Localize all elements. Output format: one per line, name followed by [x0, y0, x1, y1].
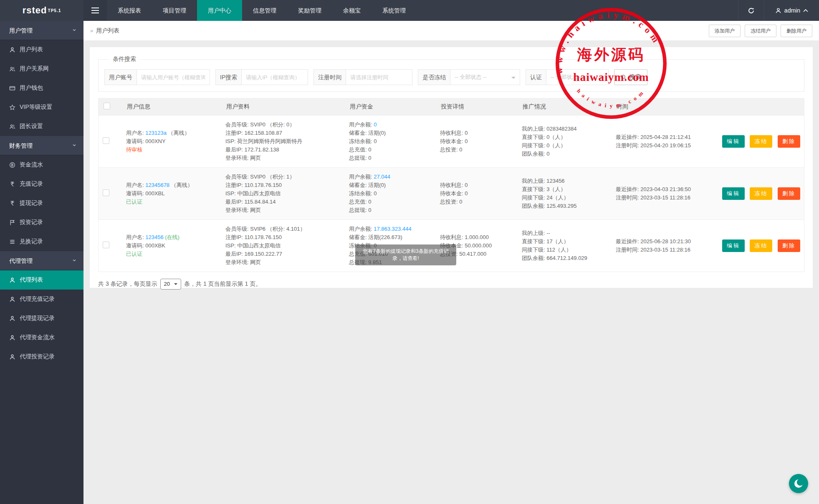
- sidebar-item-user-list[interactable]: 用户列表: [0, 40, 83, 59]
- nav-yuebao[interactable]: 余额宝: [332, 0, 372, 21]
- freeze-button[interactable]: 冻结: [750, 187, 772, 200]
- sidebar-item-user-network[interactable]: 用户关系网: [0, 59, 83, 78]
- sidebar-item-recharge-record[interactable]: 充值记录: [0, 174, 83, 194]
- col-time: 时间: [612, 98, 718, 115]
- sidebar-item-user-wallet[interactable]: 用户钱包: [0, 78, 83, 98]
- person-icon: [9, 47, 15, 53]
- section-title: 财务管理: [9, 142, 33, 149]
- chevron-down-icon: [72, 143, 77, 148]
- row-checkbox[interactable]: [103, 137, 109, 144]
- sidebar-item-agent-withdraw[interactable]: 代理提现记录: [0, 309, 83, 328]
- search-button[interactable]: 搜索: [614, 69, 647, 85]
- nav-info-manage[interactable]: 信息管理: [242, 0, 287, 21]
- sidebar-section-finance-manage[interactable]: 财务管理: [0, 136, 83, 155]
- balance-link[interactable]: 0: [374, 121, 377, 128]
- people-icon: [9, 66, 15, 72]
- sidebar-item-agent-invest[interactable]: 代理投资记录: [0, 347, 83, 366]
- freeze-select[interactable]: -- 全部状态 --: [450, 69, 520, 85]
- auth-select-value: -- 全部状态 --: [551, 73, 583, 81]
- nav-system-manage[interactable]: 系统管理: [372, 0, 417, 21]
- crescent-icon: [793, 478, 804, 489]
- sidebar-item-agent-list[interactable]: 代理列表: [0, 270, 83, 290]
- refresh-icon: [748, 7, 755, 14]
- auth-group: 认证 -- 全部状态 --: [526, 69, 609, 85]
- online-status: (在线): [165, 234, 179, 240]
- edit-button[interactable]: 编辑: [722, 239, 745, 252]
- balance-link[interactable]: 17.863.323.444: [374, 226, 411, 232]
- logo-version: TP5.1: [48, 8, 61, 13]
- page-size-select[interactable]: 20: [160, 279, 181, 290]
- account-input[interactable]: [136, 69, 210, 85]
- account-group: 用户账号: [104, 69, 210, 85]
- sidebar-item-exchange-record[interactable]: 兑换记录: [0, 232, 83, 251]
- page-actions: 添加用户 冻结用户 删除用户: [709, 25, 812, 37]
- nav-reward-manage[interactable]: 奖励管理: [287, 0, 332, 21]
- item-label: 提现记录: [20, 199, 43, 207]
- freeze-group: 是否冻结 -- 全部状态 --: [418, 69, 520, 85]
- floating-service-button[interactable]: [789, 474, 808, 493]
- online-status: （离线）: [168, 130, 190, 136]
- regtime-input[interactable]: [346, 69, 412, 85]
- sidebar-item-agent-recharge[interactable]: 代理充值记录: [0, 290, 83, 309]
- admin-username: admin: [784, 7, 800, 14]
- logo-text: rsted: [23, 5, 47, 16]
- search-row: 用户账号 IP搜索 注册时间 是否冻结 -- 全部状态 -- 认证 -: [104, 69, 798, 85]
- sidebar-item-vip-level[interactable]: VIP等级设置: [0, 98, 83, 117]
- item-label: 用户关系网: [20, 65, 49, 73]
- rupee-icon: [9, 200, 15, 207]
- person-icon: [9, 354, 15, 360]
- flag-icon: [9, 219, 15, 226]
- freeze-button[interactable]: 冻结: [750, 135, 772, 148]
- row-checkbox[interactable]: [103, 189, 109, 196]
- sidebar-section-agent-manage[interactable]: 代理管理: [0, 251, 83, 270]
- delete-button[interactable]: 删除: [778, 187, 800, 200]
- item-label: 投资记录: [20, 219, 43, 226]
- online-status: （离线）: [171, 182, 193, 188]
- item-label: VIP等级设置: [20, 103, 53, 111]
- add-user-button[interactable]: 添加用户: [709, 25, 741, 37]
- edit-button[interactable]: 编辑: [722, 135, 745, 148]
- ip-label: IP搜索: [215, 69, 241, 85]
- sidebar-item-leader-setting[interactable]: 团长设置: [0, 117, 83, 136]
- row-checkbox[interactable]: [103, 242, 109, 248]
- username-link[interactable]: 12345678: [145, 182, 169, 188]
- sidebar-item-agent-fund-flow[interactable]: 代理资金流水: [0, 328, 83, 347]
- breadcrumb: » 用户列表: [90, 27, 119, 35]
- sidebar-item-fund-flow[interactable]: 资金流水: [0, 155, 83, 174]
- edit-button[interactable]: 编辑: [722, 187, 745, 200]
- item-label: 代理资金流水: [20, 334, 55, 341]
- col-user-funds: 用户资金: [345, 98, 436, 115]
- delete-button[interactable]: 删除: [778, 239, 800, 252]
- sidebar-item-withdraw-record[interactable]: 提现记录: [0, 194, 83, 213]
- auth-select[interactable]: -- 全部状态 --: [546, 69, 609, 85]
- freeze-user-button[interactable]: 冻结用户: [745, 25, 776, 37]
- menu-toggle-button[interactable]: [83, 0, 107, 21]
- people-icon: [9, 123, 15, 130]
- sidebar-section-user-manage[interactable]: 用户管理: [0, 21, 83, 40]
- section-title: 用户管理: [9, 27, 33, 34]
- verify-status: 已认证: [126, 198, 217, 206]
- item-label: 代理列表: [20, 276, 43, 284]
- nav-user-center[interactable]: 用户中心: [197, 0, 242, 21]
- balance-link[interactable]: 27.044: [374, 174, 390, 180]
- username-link[interactable]: 123456: [145, 234, 163, 240]
- delete-button[interactable]: 删除: [778, 135, 800, 148]
- admin-menu[interactable]: admin: [764, 0, 819, 21]
- nav-project-manage[interactable]: 项目管理: [152, 0, 197, 21]
- hamburger-icon: [91, 8, 99, 13]
- rupee-icon: [9, 181, 15, 187]
- pagination-suffix: 条，共 1 页当前显示第 1 页。: [184, 280, 261, 288]
- col-user-profile: 用户资料: [221, 98, 345, 115]
- username-link[interactable]: 123123a: [145, 130, 167, 136]
- person-icon: [9, 335, 15, 341]
- refresh-button[interactable]: [738, 0, 764, 21]
- item-label: 代理提现记录: [20, 315, 55, 322]
- freeze-button[interactable]: 冻结: [750, 239, 772, 252]
- sidebar-item-invest-record[interactable]: 投资记录: [0, 213, 83, 232]
- nav-system-report[interactable]: 系统报表: [107, 0, 152, 21]
- pagination: 共 3 条记录，每页显示 20 条，共 1 页当前显示第 1 页。: [98, 279, 804, 290]
- ip-input[interactable]: [241, 69, 308, 85]
- person-icon: [9, 296, 15, 302]
- delete-user-button[interactable]: 删除用户: [781, 25, 812, 37]
- select-all-checkbox[interactable]: [104, 103, 110, 109]
